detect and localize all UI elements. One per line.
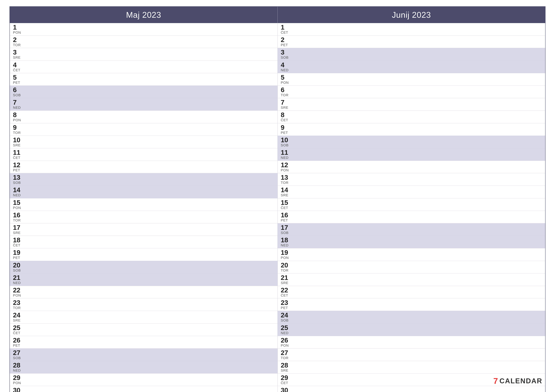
day-info: 7SRE	[281, 99, 288, 110]
days-list-junij-2023: 1ČET2PET3SOB4NED5PON6TOR7SRE8ČET9PET10SO…	[278, 23, 545, 392]
main-container: Maj 20231PON2TOR3SRE4ČET5PET6SOB7NED8PON…	[0, 0, 555, 392]
day-name: NED	[13, 193, 21, 197]
day-info: 1ČET	[281, 24, 288, 35]
day-number: 11	[281, 149, 289, 156]
day-info: 28SRE	[281, 362, 288, 372]
day-name: ČET	[13, 68, 20, 72]
day-row: 23TOR	[10, 299, 278, 311]
day-number: 6	[13, 87, 21, 93]
day-info: 11ČET	[13, 149, 20, 160]
day-number: 22	[13, 287, 21, 293]
day-info: 29ČET	[281, 374, 288, 385]
day-row: 28NED	[10, 361, 278, 373]
day-info: 18ČET	[13, 237, 20, 247]
day-info: 24SRE	[13, 312, 21, 322]
day-row: 29PON	[10, 373, 278, 386]
day-row: 16TOR	[10, 211, 278, 223]
day-number: 15	[281, 199, 288, 206]
day-info: 27TOR	[281, 349, 289, 360]
day-name: SOB	[281, 319, 289, 322]
day-name: PET	[281, 218, 288, 222]
day-number: 8	[13, 112, 21, 118]
day-row: 5PET	[10, 73, 278, 86]
day-info: 2TOR	[13, 36, 21, 47]
day-number: 24	[13, 312, 21, 319]
day-number: 5	[13, 74, 20, 81]
day-name: PON	[13, 118, 21, 122]
day-name: SRE	[13, 56, 21, 59]
day-name: ČET	[281, 206, 288, 210]
day-row: 26PET	[10, 336, 278, 349]
day-row: 18NED	[278, 236, 545, 248]
day-row: 3SRE	[10, 48, 278, 61]
day-info: 23TOR	[13, 299, 21, 310]
day-row: 3SOB	[278, 48, 545, 61]
day-info: 4ČET	[13, 62, 20, 72]
day-name: NED	[13, 106, 21, 110]
day-name: ČET	[281, 118, 288, 122]
calendar-grid: Maj 20231PON2TOR3SRE4ČET5PET6SOB7NED8PON…	[9, 6, 546, 392]
day-name: PON	[281, 168, 289, 172]
day-info: 17SRE	[13, 224, 21, 235]
day-number: 4	[13, 62, 20, 68]
day-row: 1ČET	[278, 23, 545, 36]
month-column-maj-2023: Maj 20231PON2TOR3SRE4ČET5PET6SOB7NED8PON…	[10, 7, 278, 392]
day-number: 30	[13, 387, 21, 392]
day-row: 10SOB	[278, 136, 545, 148]
day-row: 14SRE	[278, 186, 545, 198]
day-row: 9PET	[278, 123, 545, 136]
watermark-icon: 7	[493, 376, 498, 386]
day-row: 1PON	[10, 23, 278, 36]
day-row: 5PON	[278, 73, 545, 86]
day-number: 23	[13, 299, 21, 306]
day-info: 23PET	[281, 299, 288, 310]
day-name: SRE	[13, 231, 21, 235]
day-row: 2TOR	[10, 36, 278, 48]
day-info: 14NED	[13, 187, 21, 197]
day-row: 7SRE	[278, 98, 545, 111]
day-info: 29PON	[13, 374, 21, 385]
month-header-junij-2023: Junij 2023	[278, 7, 545, 23]
day-info: 21NED	[13, 274, 21, 285]
day-name: PET	[13, 168, 20, 172]
day-info: 10SOB	[281, 137, 289, 147]
day-number: 18	[13, 237, 20, 243]
day-row: 7NED	[10, 98, 278, 111]
day-info: 6TOR	[281, 87, 289, 97]
day-name: NED	[281, 331, 289, 335]
day-row: 30PET	[278, 386, 545, 392]
day-info: 4NED	[281, 62, 289, 72]
day-number: 18	[281, 237, 289, 243]
day-number: 27	[281, 349, 289, 356]
day-number: 3	[281, 49, 289, 56]
day-number: 17	[281, 224, 289, 231]
day-name: PON	[13, 206, 21, 210]
day-row: 13SOB	[10, 173, 278, 186]
day-name: SOB	[281, 231, 289, 235]
day-number: 10	[281, 137, 289, 143]
day-number: 17	[13, 224, 21, 231]
day-row: 20SOB	[10, 261, 278, 273]
day-row: 25NED	[278, 324, 545, 336]
day-number: 16	[281, 212, 288, 218]
day-number: 25	[281, 325, 289, 331]
day-info: 5PET	[13, 74, 20, 85]
day-number: 12	[281, 162, 289, 168]
day-number: 26	[281, 337, 289, 344]
day-info: 12PET	[13, 162, 20, 172]
day-name: PON	[13, 31, 21, 35]
day-name: TOR	[281, 269, 289, 272]
day-name: TOR	[13, 131, 21, 135]
day-name: SRE	[281, 106, 288, 110]
day-info: 14SRE	[281, 187, 288, 197]
day-number: 11	[13, 149, 20, 156]
day-row: 22ČET	[278, 286, 545, 299]
day-name: SOB	[13, 269, 21, 272]
day-number: 1	[281, 24, 288, 31]
day-row: 14NED	[10, 186, 278, 198]
day-info: 15PON	[13, 199, 21, 210]
day-row: 27SOB	[10, 349, 278, 361]
day-info: 28NED	[13, 362, 21, 372]
day-name: PET	[13, 256, 20, 260]
day-info: 12PON	[281, 162, 289, 172]
